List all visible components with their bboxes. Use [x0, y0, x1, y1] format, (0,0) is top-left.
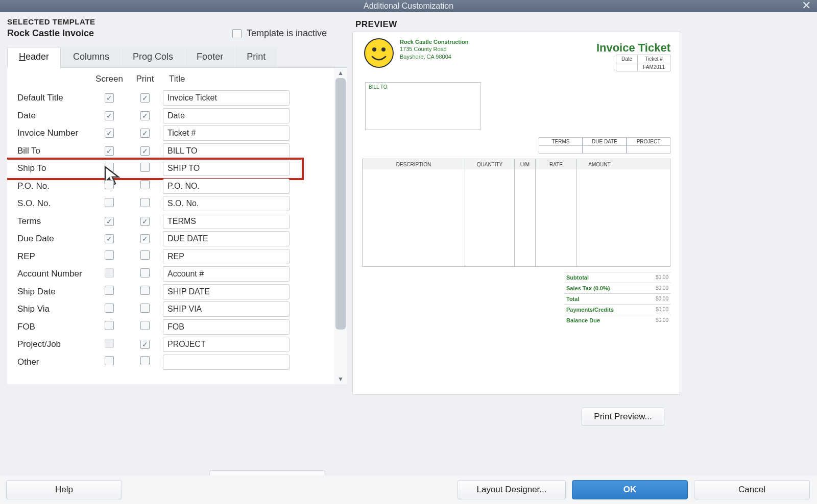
invoice-mini-table: DateTicket # FAM2011 [616, 55, 670, 71]
template-inactive-label: Template is inactive [247, 28, 327, 39]
layout-designer-button[interactable]: Layout Designer... [458, 480, 566, 499]
tab-prog-cols[interactable]: Prog Cols [122, 47, 184, 67]
scroll-thumb[interactable] [335, 78, 346, 330]
title-input[interactable]: REP [163, 249, 290, 264]
print-checkbox[interactable]: ✓ [140, 111, 150, 120]
screen-checkbox[interactable] [105, 198, 114, 207]
field-grid: Screen Print Title Default Title✓✓Invoic… [7, 68, 347, 384]
field-row: Project/Job✓PROJECT [7, 336, 332, 354]
field-label: Ship Via [7, 304, 91, 314]
print-checkbox[interactable] [140, 356, 150, 365]
title-input[interactable]: S.O. No. [163, 196, 290, 211]
title-input[interactable]: P.O. NO. [163, 179, 290, 194]
field-label: Ship To [7, 163, 91, 173]
screen-checkbox[interactable] [105, 356, 114, 365]
scrollbar[interactable]: ▲ ▼ [334, 68, 347, 384]
mini-date-value [616, 63, 638, 71]
term-cell: PROJECT [627, 137, 670, 154]
term-cell: TERMS [539, 137, 583, 154]
print-checkbox[interactable]: ✓ [140, 146, 150, 156]
title-input[interactable]: Ticket # [163, 125, 290, 141]
print-checkbox[interactable] [140, 198, 150, 207]
field-label: Project/Job [7, 339, 91, 349]
tab-print[interactable]: Print [235, 47, 277, 67]
print-checkbox[interactable] [140, 304, 150, 313]
print-checkbox[interactable]: ✓ [140, 93, 150, 103]
title-bar: Additional Customization ✕ [0, 0, 817, 12]
screen-checkbox[interactable]: ✓ [105, 146, 114, 156]
title-input[interactable]: FOB [163, 319, 290, 335]
screen-checkbox[interactable]: ✓ [105, 217, 114, 226]
preview-label: PREVIEW [355, 19, 812, 30]
title-input[interactable]: Invoice Ticket [163, 90, 290, 106]
print-checkbox[interactable] [140, 321, 150, 330]
help-button[interactable]: Help [6, 480, 122, 499]
print-checkbox[interactable]: ✓ [140, 217, 150, 226]
print-preview-button[interactable]: Print Preview... [582, 408, 664, 426]
invoice-title: Invoice Ticket [596, 41, 670, 55]
field-row: Account NumberAccount # [7, 265, 332, 283]
title-input[interactable]: Account # [163, 266, 290, 282]
company-addr2: Bayshore, CA 98004 [400, 53, 468, 60]
screen-checkbox[interactable] [105, 304, 114, 313]
grid-header-row: Screen Print Title [7, 74, 332, 89]
screen-checkbox[interactable]: ✓ [105, 234, 114, 243]
scroll-up-icon[interactable]: ▲ [334, 68, 347, 78]
screen-checkbox[interactable]: ✓ [105, 129, 114, 138]
screen-checkbox[interactable] [105, 250, 114, 260]
template-inactive-toggle[interactable]: Template is inactive [232, 28, 327, 39]
field-row: Invoice Number✓✓Ticket # [7, 124, 332, 142]
print-checkbox[interactable]: ✓ [140, 129, 150, 138]
close-icon[interactable]: ✕ [802, 0, 811, 11]
screen-checkbox[interactable] [105, 321, 114, 330]
tab-header[interactable]: Header [7, 47, 61, 68]
print-checkbox[interactable]: ✓ [140, 340, 150, 349]
bill-to-box: BILL TO [365, 82, 481, 130]
screen-checkbox[interactable]: ✓ [105, 93, 114, 103]
title-input[interactable]: SHIP DATE [163, 284, 290, 299]
column-print-header: Print [127, 74, 163, 84]
print-checkbox[interactable] [140, 163, 150, 172]
field-label: Ship Date [7, 287, 91, 297]
title-input[interactable]: SHIP VIA [163, 301, 290, 317]
ok-button[interactable]: OK [572, 480, 688, 499]
col-body [577, 169, 622, 266]
screen-checkbox[interactable] [105, 286, 114, 295]
svg-point-2 [381, 47, 386, 52]
title-input[interactable]: DUE DATE [163, 231, 290, 246]
cancel-button[interactable]: Cancel [694, 480, 810, 499]
screen-checkbox[interactable] [105, 163, 114, 172]
scroll-track[interactable] [334, 78, 347, 374]
mini-ticket-header: Ticket # [638, 55, 670, 63]
screen-checkbox[interactable] [105, 180, 114, 189]
field-label: FOB [7, 322, 91, 332]
scroll-down-icon[interactable]: ▼ [334, 374, 347, 384]
field-row: P.O. No.P.O. NO. [7, 178, 332, 195]
tab-footer[interactable]: Footer [185, 47, 234, 67]
print-checkbox[interactable] [140, 268, 150, 278]
total-row: Subtotal$0.00 [564, 272, 670, 283]
print-checkbox[interactable] [140, 250, 150, 260]
title-input[interactable]: TERMS [163, 214, 290, 229]
total-row: Sales Tax (0.0%)$0.00 [564, 283, 670, 293]
title-input[interactable] [163, 355, 290, 370]
print-checkbox[interactable] [140, 286, 150, 295]
title-input[interactable]: PROJECT [163, 337, 290, 352]
title-input[interactable]: BILL TO [163, 143, 290, 159]
field-row: Default Title✓✓Invoice Ticket [7, 89, 332, 107]
col-header: RATE [536, 159, 577, 169]
tab-columns[interactable]: Columns [62, 47, 121, 67]
mini-date-header: Date [616, 55, 638, 63]
print-checkbox[interactable]: ✓ [140, 234, 150, 243]
field-label: Date [7, 111, 91, 121]
selected-template-label: SELECTED TEMPLATE [7, 17, 347, 26]
col-body [465, 169, 515, 266]
screen-checkbox [105, 339, 114, 348]
total-row: Total$0.00 [564, 293, 670, 304]
title-input[interactable]: SHIP TO [163, 161, 290, 176]
print-checkbox[interactable] [140, 180, 150, 189]
field-label: P.O. No. [7, 181, 91, 191]
screen-checkbox[interactable]: ✓ [105, 111, 114, 120]
checkbox-icon[interactable] [232, 29, 242, 38]
title-input[interactable]: Date [163, 108, 290, 123]
